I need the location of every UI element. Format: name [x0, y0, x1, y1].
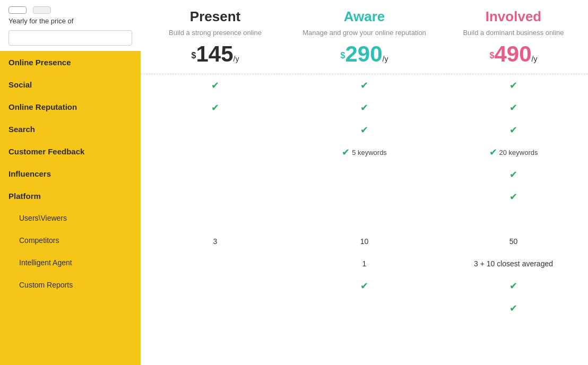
plan-price-present: $145/y — [146, 43, 284, 65]
main-area: PresentBuild a strong presence online$14… — [141, 0, 588, 365]
grid-cell-involved-10: ✔ — [439, 302, 588, 314]
grid-cell-aware-1: ✔ — [290, 102, 439, 114]
coupon-input[interactable] — [8, 30, 132, 46]
feature-label-4: Customer Feedback — [0, 140, 141, 162]
check-icon: ✔ — [360, 125, 368, 135]
plan-price-main-present: 145 — [196, 41, 233, 66]
feature-label-3: Search — [0, 118, 141, 140]
check-icon: ✔ — [509, 169, 517, 180]
plan-col-aware: AwareManage and grow your online reputat… — [290, 8, 439, 65]
keyword-label: ✔ 5 keywords — [342, 146, 387, 158]
plan-price-aware: $290/y — [295, 43, 434, 65]
grid-row-1: ✔✔✔ — [141, 97, 588, 119]
plan-col-involved: InvolvedBuild a dominant business online… — [439, 8, 588, 65]
plan-desc-present: Build a strong presence online — [146, 28, 284, 38]
feature-label-7: Users\Viewers — [0, 207, 141, 229]
feature-label-6: Platform — [0, 185, 141, 207]
grid-cell-present-0: ✔ — [141, 80, 290, 91]
yearly-info: Yearly for the price of — [8, 17, 132, 25]
grid-row-6 — [141, 208, 588, 230]
plan-price-period-present: /y — [234, 55, 239, 63]
grid-cell-involved-9: ✔ — [439, 280, 588, 292]
grid-cell-aware-3: ✔ 5 keywords — [290, 146, 439, 158]
grid-row-10: ✔ — [141, 297, 588, 319]
check-icon: ✔ — [360, 281, 368, 291]
grid-cell-involved-0: ✔ — [439, 80, 588, 91]
feature-label-5: Influencers — [0, 162, 141, 185]
grid-cell-aware-8: 1 — [290, 259, 439, 268]
grid-cell-aware-9: ✔ — [290, 280, 439, 292]
billing-toggle — [8, 6, 132, 14]
grid-cell-involved-8: 3 + 10 closest averaged — [439, 259, 588, 268]
grid-cell-present-1: ✔ — [141, 102, 290, 114]
check-icon: ✔ — [509, 192, 517, 202]
plan-name-involved: Involved — [444, 8, 583, 25]
feature-label-10: Custom Reports — [0, 274, 141, 296]
plan-name-aware: Aware — [295, 8, 434, 25]
plan-col-present: PresentBuild a strong presence online$14… — [141, 8, 290, 65]
feature-label-9: Intelligent Agent — [0, 251, 141, 274]
plan-price-main-aware: 290 — [345, 41, 382, 66]
plan-headers: PresentBuild a strong presence online$14… — [141, 0, 588, 74]
grid-row-2: ✔✔ — [141, 119, 588, 141]
check-icon: ✔ — [211, 80, 219, 91]
grid-row-5: ✔ — [141, 186, 588, 208]
keyword-label: ✔ 20 keywords — [489, 146, 538, 158]
feature-label-2: Online Reputation — [0, 95, 141, 118]
grid-cell-present-7: 3 — [141, 237, 290, 246]
feature-grid: ✔✔✔✔✔✔✔✔✔ 5 keywords✔ 20 keywords✔✔31050… — [141, 74, 588, 365]
check-icon: ✔ — [360, 80, 368, 91]
check-icon: ✔ — [509, 125, 517, 135]
sidebar: Yearly for the price of Online PresenceS… — [0, 0, 141, 365]
grid-cell-aware-0: ✔ — [290, 80, 439, 91]
grid-row-9: ✔✔ — [141, 275, 588, 297]
grid-cell-aware-2: ✔ — [290, 124, 439, 136]
grid-row-8: 13 + 10 closest averaged — [141, 253, 588, 275]
grid-row-4: ✔ — [141, 163, 588, 186]
check-icon: ✔ — [509, 281, 517, 291]
monthly-button[interactable] — [8, 6, 27, 14]
grid-row-3: ✔ 5 keywords✔ 20 keywords — [141, 141, 588, 163]
plan-name-present: Present — [146, 8, 284, 25]
plan-price-period-involved: /y — [532, 55, 538, 63]
check-icon: ✔ — [489, 146, 497, 158]
check-icon: ✔ — [509, 102, 517, 113]
check-icon: ✔ — [342, 146, 350, 158]
plan-price-involved: $490/y — [444, 43, 583, 65]
sidebar-top: Yearly for the price of — [0, 0, 141, 51]
grid-cell-involved-2: ✔ — [439, 124, 588, 136]
grid-cell-involved-5: ✔ — [439, 191, 588, 203]
grid-cell-involved-4: ✔ — [439, 169, 588, 180]
check-icon: ✔ — [509, 303, 517, 314]
grid-row-7: 31050 — [141, 230, 588, 253]
grid-cell-involved-7: 50 — [439, 237, 588, 246]
plan-price-period-aware: /y — [383, 55, 388, 63]
grid-cell-involved-3: ✔ 20 keywords — [439, 146, 588, 158]
grid-cell-involved-1: ✔ — [439, 102, 588, 114]
feature-label-1: Social — [0, 73, 141, 95]
feature-label-8: Competitors — [0, 229, 141, 251]
grid-row-0: ✔✔✔ — [141, 74, 588, 97]
grid-cell-aware-7: 10 — [290, 237, 439, 246]
feature-labels: Online PresenceSocialOnline ReputationSe… — [0, 51, 141, 296]
plan-desc-aware: Manage and grow your online reputation — [295, 28, 434, 38]
yearly-button[interactable] — [33, 6, 51, 14]
plan-price-main-involved: 490 — [494, 41, 531, 66]
check-icon: ✔ — [509, 80, 517, 91]
plan-desc-involved: Build a dominant business online — [444, 28, 583, 38]
check-icon: ✔ — [360, 102, 368, 113]
page-container: Yearly for the price of Online PresenceS… — [0, 0, 588, 365]
feature-label-0: Online Presence — [0, 51, 141, 73]
check-icon: ✔ — [211, 102, 219, 113]
